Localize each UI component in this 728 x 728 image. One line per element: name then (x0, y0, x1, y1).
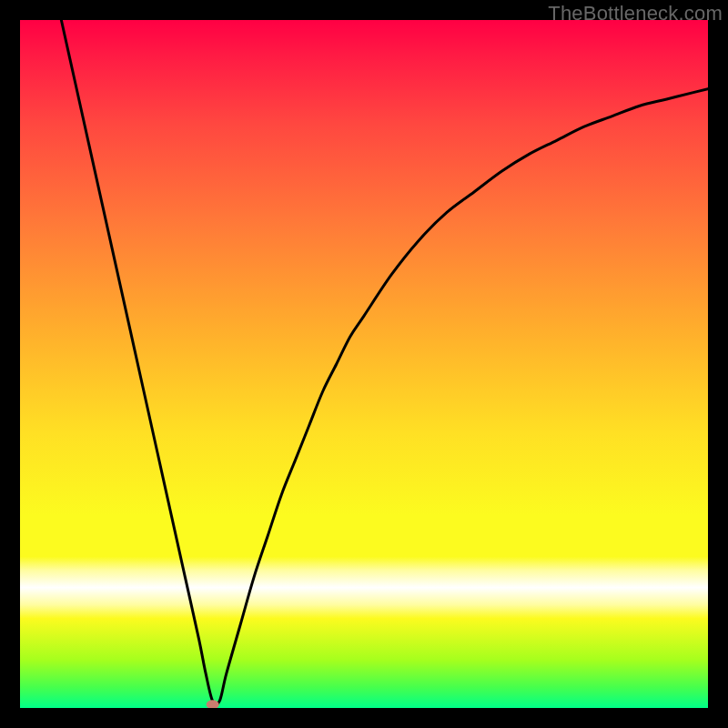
bottleneck-chart (20, 20, 708, 708)
chart-container: TheBottleneck.com (0, 0, 728, 728)
gradient-background (20, 20, 708, 708)
